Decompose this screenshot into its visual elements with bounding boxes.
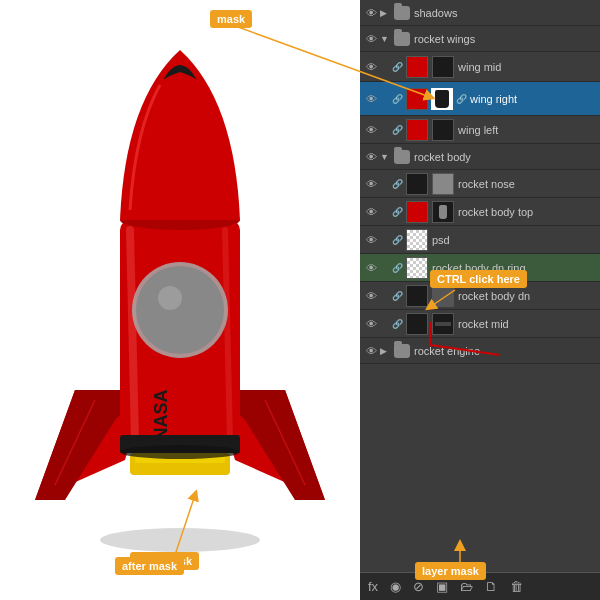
layer-row-wing-right[interactable]: 👁 🔗 🔗 wing right xyxy=(360,82,600,116)
lock-icon: 🔗 xyxy=(390,177,404,191)
delete-layer-button[interactable]: 🗑 xyxy=(506,577,527,596)
left-panel: NASA after mask xyxy=(0,0,360,600)
expand-arrow[interactable]: ▼ xyxy=(380,152,392,162)
layer-row[interactable]: 👁 ▶ shadows xyxy=(360,0,600,26)
layer-row[interactable]: 👁 🔗 rocket nose xyxy=(360,170,600,198)
folder-icon xyxy=(394,150,410,164)
layer-thumbnail xyxy=(406,229,428,251)
layer-name: rocket body dn xyxy=(456,290,598,302)
ctrl-click-callout: CTRL click here xyxy=(430,270,527,288)
lock-icon: 🔗 xyxy=(390,261,404,275)
layer-row[interactable]: 👁 🔗 wing left xyxy=(360,116,600,144)
layer-row[interactable]: 👁 🔗 wing mid xyxy=(360,52,600,82)
lock-icon: 🔗 xyxy=(390,233,404,247)
lock-icon: 🔗 xyxy=(390,60,404,74)
layer-row[interactable]: 👁 ▶ rocket engine xyxy=(360,338,600,364)
layer-thumbnail xyxy=(406,201,428,223)
layer-row[interactable]: 👁 🔗 rocket body top xyxy=(360,198,600,226)
layer-thumbnail xyxy=(406,257,428,279)
mask-thumbnail[interactable] xyxy=(432,119,454,141)
svg-text:NASA: NASA xyxy=(151,389,171,440)
layer-row[interactable]: 👁 ▼ rocket wings xyxy=(360,26,600,52)
layer-name: rocket body xyxy=(412,151,598,163)
layer-name: wing mid xyxy=(456,61,598,73)
layer-name: rocket nose xyxy=(456,178,598,190)
svg-point-16 xyxy=(120,445,240,459)
layer-thumbnail xyxy=(406,285,428,307)
rocket-illustration: NASA xyxy=(15,20,345,580)
layer-name: shadows xyxy=(412,7,598,19)
new-layer-button[interactable]: 🗋 xyxy=(481,577,502,596)
after-mask-callout: after mask xyxy=(115,557,184,575)
mask-thumbnail-wing-right[interactable] xyxy=(431,88,453,110)
visibility-icon[interactable]: 👁 xyxy=(362,4,380,22)
layer-name: psd xyxy=(430,234,598,246)
mask-thumbnail[interactable] xyxy=(432,56,454,78)
mask-thumbnail[interactable] xyxy=(432,313,454,335)
layer-thumbnail xyxy=(406,88,428,110)
svg-point-8 xyxy=(136,266,224,354)
mask-thumbnail[interactable] xyxy=(432,173,454,195)
visibility-icon[interactable]: 👁 xyxy=(362,30,380,48)
mask-thumbnail[interactable] xyxy=(432,201,454,223)
visibility-icon[interactable]: 👁 xyxy=(362,148,380,166)
expand-arrow[interactable]: ▶ xyxy=(380,346,392,356)
layer-name: rocket body top xyxy=(456,206,598,218)
layer-name: rocket mid xyxy=(456,318,598,330)
visibility-icon[interactable]: 👁 xyxy=(362,58,380,76)
visibility-icon[interactable]: 👁 xyxy=(362,315,380,333)
lock-icon: 🔗 xyxy=(390,92,404,106)
layer-mask-callout: layer mask xyxy=(415,562,486,580)
layer-row[interactable]: 👁 🔗 psd xyxy=(360,226,600,254)
lock-icon: 🔗 xyxy=(390,205,404,219)
link-icon: 🔗 xyxy=(454,92,468,106)
folder-icon xyxy=(394,6,410,20)
layer-thumbnail xyxy=(406,56,428,78)
layers-panel: 👁 ▶ shadows 👁 ▼ rocket wings 👁 🔗 wing mi… xyxy=(360,0,600,600)
visibility-icon[interactable]: 👁 xyxy=(362,342,380,360)
lock-icon: 🔗 xyxy=(390,123,404,137)
visibility-icon[interactable]: 👁 xyxy=(362,231,380,249)
fx-button[interactable]: fx xyxy=(364,577,382,596)
svg-point-0 xyxy=(100,528,260,552)
layer-name: rocket engine xyxy=(412,345,598,357)
layer-name: rocket wings xyxy=(412,33,598,45)
lock-icon: 🔗 xyxy=(390,317,404,331)
visibility-icon[interactable]: 👁 xyxy=(362,175,380,193)
visibility-icon[interactable]: 👁 xyxy=(362,287,380,305)
folder-icon xyxy=(394,32,410,46)
add-style-button[interactable]: ◉ xyxy=(386,577,405,596)
layer-thumbnail xyxy=(406,313,428,335)
layer-thumbnail xyxy=(406,119,428,141)
layer-row[interactable]: 👁 ▼ rocket body xyxy=(360,144,600,170)
folder-icon xyxy=(394,344,410,358)
layer-name: wing right xyxy=(468,93,598,105)
visibility-icon[interactable]: 👁 xyxy=(362,121,380,139)
layer-row[interactable]: 👁 🔗 rocket mid xyxy=(360,310,600,338)
mask-callout: mask xyxy=(210,10,252,28)
visibility-icon[interactable]: 👁 xyxy=(362,203,380,221)
visibility-icon[interactable]: 👁 xyxy=(362,259,380,277)
expand-arrow[interactable]: ▶ xyxy=(380,8,392,18)
layer-name: wing left xyxy=(456,124,598,136)
svg-point-9 xyxy=(158,286,182,310)
lock-icon: 🔗 xyxy=(390,289,404,303)
layer-thumbnail xyxy=(406,173,428,195)
expand-arrow[interactable]: ▼ xyxy=(380,34,392,44)
visibility-icon[interactable]: 👁 xyxy=(362,90,380,108)
